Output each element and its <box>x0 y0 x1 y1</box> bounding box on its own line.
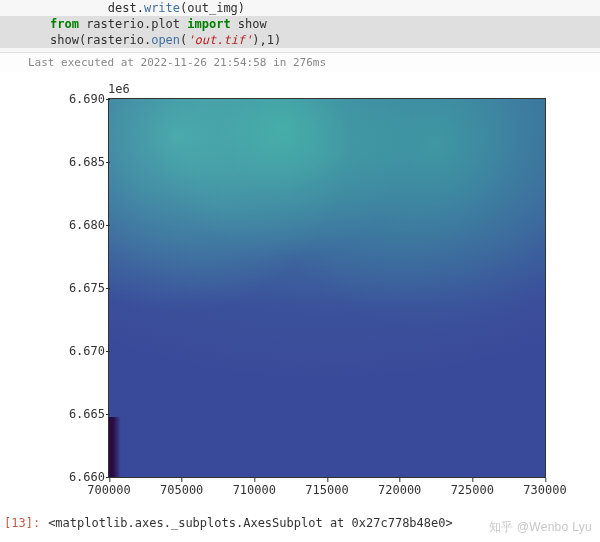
x-tick: 725000 <box>451 483 494 497</box>
keyword-from: from <box>50 17 79 31</box>
method-call: open <box>151 33 180 47</box>
y-tick: 6.665 <box>59 407 105 421</box>
y-tick: 6.660 <box>59 470 105 484</box>
string-literal: 'out.tif' <box>187 33 252 47</box>
x-tick: 700000 <box>87 483 130 497</box>
code-text: ),1) <box>252 33 281 47</box>
keyword-import: import <box>187 17 230 31</box>
method-call: write <box>144 1 180 15</box>
code-line-3[interactable]: show(rasterio.open('out.tif'),1) <box>0 32 600 48</box>
y-tick: 6.675 <box>59 281 105 295</box>
y-tick: 6.680 <box>59 218 105 232</box>
code-cell: dest.write(out_img) from rasterio.plot i… <box>0 0 600 72</box>
code-text: (out_img) <box>180 1 245 15</box>
x-tick: 715000 <box>305 483 348 497</box>
y-axis-exponent: 1e6 <box>108 82 130 96</box>
code-text: rasterio.plot <box>79 17 187 31</box>
plot-output: 1e6 6.690 6.685 6.680 6.675 6.670 6.665 … <box>0 72 600 510</box>
y-tick: 6.670 <box>59 344 105 358</box>
x-tick: 710000 <box>233 483 276 497</box>
output-text: <matplotlib.axes._subplots.AxesSubplot a… <box>48 516 453 530</box>
raster-image <box>109 99 545 477</box>
y-tick: 6.685 <box>59 155 105 169</box>
x-tick: 720000 <box>378 483 421 497</box>
execution-info: Last executed at 2022-11-26 21:54:58 in … <box>0 52 600 72</box>
output-row: [13]: <matplotlib.axes._subplots.AxesSub… <box>0 510 600 530</box>
code-text: dest. <box>50 1 144 15</box>
plot-container: 1e6 6.690 6.685 6.680 6.675 6.670 6.665 … <box>30 80 560 510</box>
axes-rect: 6.690 6.685 6.680 6.675 6.670 6.665 6.66… <box>108 98 546 478</box>
code-block: dest.write(out_img) from rasterio.plot i… <box>0 0 600 52</box>
code-line-1[interactable]: dest.write(out_img) <box>0 0 600 16</box>
code-text: show <box>231 17 267 31</box>
output-prompt: [13]: <box>0 516 48 530</box>
code-line-2[interactable]: from rasterio.plot import show <box>0 16 600 32</box>
raster-sliver <box>109 417 121 477</box>
x-tick: 730000 <box>523 483 566 497</box>
code-text: show(rasterio. <box>50 33 151 47</box>
y-tick: 6.690 <box>59 92 105 106</box>
x-tick: 705000 <box>160 483 203 497</box>
